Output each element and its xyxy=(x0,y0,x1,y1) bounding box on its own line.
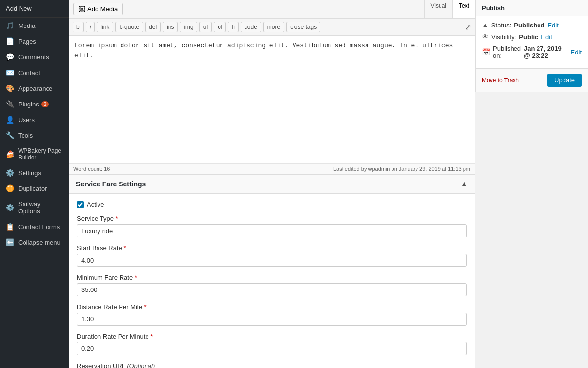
toolbar-close-tags[interactable]: close tags xyxy=(286,22,320,32)
start-base-rate-input[interactable] xyxy=(77,254,467,267)
publish-body: ▲ Status: Published Edit 👁 Visibility: P… xyxy=(475,16,588,69)
sidebar-item-label: Appearance xyxy=(18,85,52,92)
toolbar-ins[interactable]: ins xyxy=(163,22,178,32)
editor-toolbar: b i link b-quote del ins img ul ol li co… xyxy=(69,19,475,36)
toolbar-bold[interactable]: b xyxy=(73,22,84,32)
sidebar-item-label: Contact Forms xyxy=(18,223,60,231)
active-checkbox[interactable] xyxy=(77,201,84,208)
sidebar-item-label: Contact xyxy=(18,69,40,77)
update-button[interactable]: Update xyxy=(547,74,582,87)
sidebar-item-label: Saifway Options xyxy=(18,200,63,215)
service-type-label: Service Type * xyxy=(77,215,467,222)
plugins-badge: 2 xyxy=(41,101,49,107)
word-count-bar: Word count: 16 Last edited by wpadmin on… xyxy=(69,163,475,174)
published-edit-link[interactable]: Edit xyxy=(571,49,582,56)
visibility-label: Visibility: xyxy=(491,33,516,41)
visibility-edit-link[interactable]: Edit xyxy=(541,33,552,41)
service-fare-body: Active Service Type * Start Base Rate * xyxy=(69,194,475,368)
toolbar-del[interactable]: del xyxy=(145,22,161,32)
sidebar-item-contact[interactable]: ✉️ Contact xyxy=(0,65,69,80)
sidebar-item-media[interactable]: 🎵 Media xyxy=(0,18,69,33)
sidebar-item-pages[interactable]: 📄 Pages xyxy=(0,33,69,49)
service-type-input[interactable] xyxy=(77,224,467,237)
reservation-url-label: Reservation URL (Optional) xyxy=(77,362,467,368)
sidebar-item-wpbakery[interactable]: 🍰 WPBakery Page Builder xyxy=(0,143,69,165)
toolbar-expand-button[interactable]: ⤢ xyxy=(465,23,471,32)
sidebar-item-contact-forms[interactable]: 📋 Contact Forms xyxy=(0,219,69,235)
appearance-icon: 🎨 xyxy=(6,84,14,92)
editor-area: Lorem ipsum dolor sit amet, consectetur … xyxy=(69,36,475,174)
visibility-icon: 👁 xyxy=(482,33,489,41)
toolbar-bquote[interactable]: b-quote xyxy=(115,22,143,32)
sidebar-item-tools[interactable]: 🔧 Tools xyxy=(0,128,69,143)
word-count: Word count: 16 xyxy=(74,166,110,172)
sidebar-item-plugins[interactable]: 🔌 Plugins 2 xyxy=(0,96,69,112)
sidebar-item-saifway[interactable]: ⚙️ Saifway Options xyxy=(0,196,69,219)
contact-icon: ✉️ xyxy=(6,69,14,77)
saifway-icon: ⚙️ xyxy=(6,204,14,211)
active-label: Active xyxy=(87,201,104,208)
toolbar-img[interactable]: img xyxy=(180,22,197,32)
publish-box: Publish ▲ Status: Published Edit 👁 Visib… xyxy=(475,0,588,368)
tab-text[interactable]: Text xyxy=(452,0,475,18)
toolbar-more[interactable]: more xyxy=(263,22,284,32)
reservation-url-row: Reservation URL (Optional) xyxy=(77,362,467,368)
comments-icon: 💬 xyxy=(6,53,14,61)
toolbar-link[interactable]: link xyxy=(97,22,113,32)
distance-rate-input[interactable] xyxy=(77,313,467,326)
start-base-rate-label: Start Base Rate * xyxy=(77,244,467,252)
service-fare-header[interactable]: Service Fare Settings ▲ xyxy=(69,175,475,194)
media-icon: 🎵 xyxy=(6,22,14,29)
users-icon: 👤 xyxy=(6,116,14,124)
content-wrapper: 🖼 Add Media Visual Text b i link b-quote… xyxy=(69,0,588,368)
published-icon: 📅 xyxy=(482,48,490,56)
service-fare-title: Service Fare Settings xyxy=(76,180,146,188)
minimum-fare-rate-input[interactable] xyxy=(77,283,467,296)
status-row: ▲ Status: Published Edit xyxy=(482,21,582,29)
tab-visual[interactable]: Visual xyxy=(424,0,452,18)
sidebar-item-label: Settings xyxy=(18,169,41,177)
visibility-value: Public xyxy=(519,33,538,41)
distance-rate-label: Distance Rate Per Mile * xyxy=(77,303,467,311)
sidebar-item-duplicator[interactable]: ♊ Duplicator xyxy=(0,181,69,196)
required-asterisk: * xyxy=(150,333,153,340)
distance-rate-row: Distance Rate Per Mile * xyxy=(77,303,467,326)
publish-header: Publish xyxy=(475,0,588,16)
minimum-fare-rate-label: Minimum Fare Rate * xyxy=(77,274,467,281)
sidebar-item-label: Collapse menu xyxy=(18,239,61,246)
duplicator-icon: ♊ xyxy=(6,184,14,192)
status-value: Published xyxy=(514,22,544,29)
sidebar-item-label: Media xyxy=(18,22,35,29)
visibility-row: 👁 Visibility: Public Edit xyxy=(482,33,582,41)
toolbar-ul[interactable]: ul xyxy=(199,22,212,32)
toolbar-ol[interactable]: ol xyxy=(214,22,226,32)
status-edit-link[interactable]: Edit xyxy=(547,22,558,29)
start-base-rate-row: Start Base Rate * xyxy=(77,244,467,267)
sidebar-item-appearance[interactable]: 🎨 Appearance xyxy=(0,80,69,96)
add-media-button[interactable]: 🖼 Add Media xyxy=(74,3,123,15)
sidebar-item-settings[interactable]: ⚙️ Settings xyxy=(0,165,69,181)
toolbar-li[interactable]: li xyxy=(228,22,238,32)
toolbar-code[interactable]: code xyxy=(241,22,261,32)
sidebar-item-label: Users xyxy=(18,116,35,124)
sidebar-item-users[interactable]: 👤 Users xyxy=(0,112,69,128)
duration-rate-label: Duration Rate Per Minute * xyxy=(77,333,467,340)
editor-content[interactable]: Lorem ipsum dolor sit amet, consectetur … xyxy=(69,36,475,163)
sidebar-item-comments[interactable]: 💬 Comments xyxy=(0,49,69,65)
settings-icon: ⚙️ xyxy=(6,169,14,177)
published-on-row: 📅 Published on: Jan 27, 2019 @ 23:22 Edi… xyxy=(482,45,582,59)
section-toggle-icon: ▲ xyxy=(460,180,468,188)
sidebar-item-collapse[interactable]: ⬅️ Collapse menu xyxy=(0,235,69,250)
add-media-label: Add Media xyxy=(87,5,118,13)
duration-rate-input[interactable] xyxy=(77,342,467,355)
service-fare-section: Service Fare Settings ▲ Active Service T… xyxy=(69,174,475,368)
toolbar-italic[interactable]: i xyxy=(86,22,95,32)
tools-icon: 🔧 xyxy=(6,131,14,139)
sidebar-item-label: WPBakery Page Builder xyxy=(18,147,63,161)
top-bar: 🖼 Add Media xyxy=(69,0,424,18)
sidebar-item-label: Pages xyxy=(18,38,36,45)
contact-forms-icon: 📋 xyxy=(6,223,14,231)
move-to-trash-link[interactable]: Move to Trash xyxy=(482,77,519,84)
word-count-value: 16 xyxy=(104,166,110,172)
wpbakery-icon: 🍰 xyxy=(6,150,14,158)
